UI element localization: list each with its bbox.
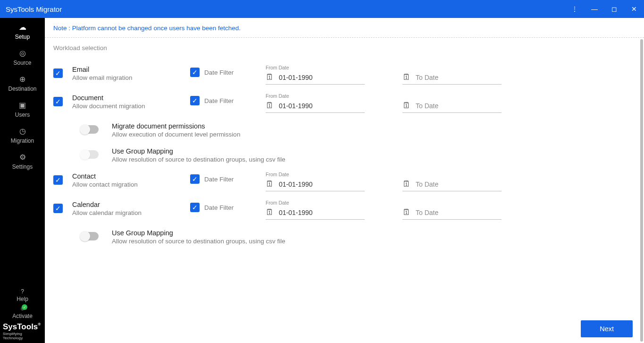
workload-title: Document (72, 94, 181, 102)
to-date-input-calendar[interactable]: To Date (416, 209, 502, 216)
workload-subtitle: Allow calendar migration (72, 209, 181, 216)
workload-checkbox-document[interactable] (53, 97, 63, 106)
sidebar-item-destination[interactable]: ⊕ Destination (0, 70, 45, 96)
sidebar-item-label: Migration (11, 137, 34, 144)
workload-checkbox-email[interactable] (53, 69, 63, 78)
status-dot-icon: ✓ (22, 304, 27, 310)
date-filter-checkbox-document[interactable] (190, 96, 200, 105)
calendar-icon[interactable]: 🗓 (402, 179, 411, 189)
from-date-input-document[interactable]: 01-01-1990 (279, 102, 365, 110)
sidebar-item-label: Users (15, 111, 30, 118)
sidebar-help[interactable]: ? Help (17, 288, 28, 302)
minimize-icon[interactable]: — (590, 5, 599, 13)
sidebar-item-settings[interactable]: ⚙ Settings (0, 148, 45, 174)
workload-checkbox-calendar[interactable] (53, 204, 63, 213)
next-button[interactable]: Next (581, 320, 633, 337)
account-icon: ▣ (19, 101, 26, 110)
sub-option-subtitle: Allow resolution of source to destinatio… (112, 238, 285, 245)
section-label: Workload selection (45, 42, 644, 56)
from-date-label: From Date (266, 200, 365, 207)
sub-option-subtitle: Allow execution of document level permis… (112, 131, 240, 138)
from-date-input-contact[interactable]: 01-01-1990 (279, 180, 365, 188)
toggle-migrate document permissions[interactable] (81, 125, 99, 134)
locate-icon: ⊕ (19, 75, 25, 84)
date-filter-checkbox-email[interactable] (190, 68, 200, 77)
sidebar-item-label: Setup (15, 34, 30, 40)
workload-subtitle: Allow contact migration (72, 181, 181, 188)
workload-checkbox-contact[interactable] (53, 175, 63, 185)
calendar-icon[interactable]: 🗓 (266, 179, 274, 189)
platform-note: Note : Platform cannot be changed once u… (45, 18, 644, 37)
cloud-icon: ☁ (19, 23, 26, 32)
workload-subtitle: Allow document migration (72, 103, 181, 110)
date-filter-label: Date Filter (204, 69, 234, 76)
calendar-icon[interactable]: 🗓 (266, 101, 274, 111)
sub-option-title: Use Group Mapping (112, 147, 285, 155)
divider (45, 37, 644, 38)
date-filter-label: Date Filter (204, 176, 234, 183)
help-icon: ? (21, 288, 24, 295)
sidebar: ☁ Setup ◎ Source ⊕ Destination ▣ Users ◷… (0, 18, 45, 343)
close-icon[interactable]: ✕ (630, 5, 638, 13)
maximize-icon[interactable]: ◻ (610, 5, 619, 13)
scrollbar[interactable] (640, 39, 643, 342)
workload-title: Calendar (72, 201, 181, 208)
clock-icon: ◷ (19, 127, 26, 136)
calendar-icon[interactable]: 🗓 (402, 207, 411, 217)
window-title: SysTools Migrator (6, 5, 570, 13)
from-date-input-calendar[interactable]: 01-01-1990 (279, 209, 365, 216)
from-date-label: From Date (266, 172, 365, 179)
date-filter-label: Date Filter (204, 97, 234, 104)
sidebar-item-users[interactable]: ▣ Users (0, 96, 45, 122)
sidebar-item-label: Destination (8, 86, 36, 92)
sidebar-activate[interactable]: ✓ ⌾ Activate (12, 305, 33, 319)
toggle-use group mapping[interactable] (81, 232, 99, 240)
sidebar-help-label: Help (17, 296, 28, 302)
sidebar-activate-label: Activate (12, 313, 33, 319)
calendar-icon[interactable]: 🗓 (402, 101, 411, 111)
from-date-input-email[interactable]: 01-01-1990 (279, 74, 365, 81)
to-date-input-contact[interactable]: To Date (416, 180, 502, 188)
calendar-icon[interactable]: 🗓 (402, 72, 411, 82)
sub-option-subtitle: Allow resolution of source to destinatio… (112, 156, 285, 163)
sidebar-item-label: Source (13, 60, 31, 66)
from-date-label: From Date (266, 93, 365, 101)
brand-name: SysTools (3, 322, 38, 331)
sidebar-item-label: Settings (12, 163, 33, 170)
toggle-use group mapping[interactable] (81, 150, 99, 159)
to-date-input-email[interactable]: To Date (416, 74, 502, 81)
date-filter-checkbox-calendar[interactable] (190, 203, 200, 212)
sub-option-title: Migrate document permissions (112, 122, 240, 130)
workload-title: Email (72, 66, 181, 73)
workload-title: Contact (72, 172, 181, 180)
target-icon: ◎ (19, 49, 26, 58)
date-filter-label: Date Filter (204, 204, 234, 211)
gear-icon: ⚙ (19, 153, 26, 162)
calendar-icon[interactable]: 🗓 (266, 207, 274, 217)
to-date-input-document[interactable]: To Date (416, 102, 502, 110)
from-date-label: From Date (266, 65, 365, 72)
sidebar-item-migration[interactable]: ◷ Migration (0, 122, 45, 148)
workload-subtitle: Allow email migration (72, 74, 181, 81)
title-bar: SysTools Migrator ⋮ — ◻ ✕ (0, 0, 644, 18)
menu-dots-icon[interactable]: ⋮ (570, 5, 579, 13)
date-filter-checkbox-contact[interactable] (190, 174, 200, 184)
brand-logo: SysTools® Simplifying Technology (0, 322, 45, 343)
brand-tagline: Simplifying Technology (3, 332, 42, 340)
calendar-icon[interactable]: 🗓 (266, 72, 274, 82)
sidebar-item-source[interactable]: ◎ Source (0, 44, 45, 70)
sidebar-item-setup[interactable]: ☁ Setup (0, 18, 45, 44)
sub-option-title: Use Group Mapping (112, 229, 285, 237)
